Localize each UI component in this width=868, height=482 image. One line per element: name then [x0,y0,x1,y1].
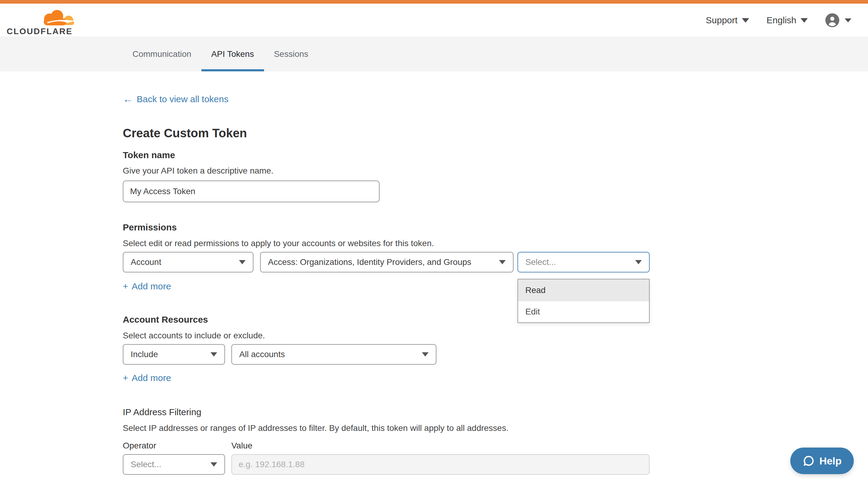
tab-label: API Tokens [211,49,254,59]
back-link-label: Back to view all tokens [137,94,228,104]
permission-access-select[interactable]: Select... [518,252,650,272]
permission-scope-select[interactable]: Account [123,252,253,272]
account-resources-accounts-select[interactable]: All accounts [231,344,436,365]
add-more-label: Add more [132,281,171,291]
token-name-input[interactable] [123,181,379,202]
add-more-label: Add more [132,373,171,383]
account-resources-mode-value: Include [131,350,158,359]
page-title: Create Custom Token [123,126,247,140]
account-resources-add-more-link[interactable]: + Add more [123,373,171,383]
language-menu[interactable]: English [767,15,808,25]
permission-scope-value: Account [131,257,161,267]
header: CLOUDFLARE Support English [0,4,868,37]
chevron-down-icon [211,352,217,356]
dropdown-option-read[interactable]: Read [518,280,649,301]
account-resources-description: Select accounts to include or exclude. [123,331,265,341]
cloudflare-logo[interactable]: CLOUDFLARE [7,6,79,36]
permissions-title: Permissions [123,222,177,232]
operator-label: Operator [123,441,156,451]
permissions-add-more-link[interactable]: + Add more [123,281,171,291]
dropdown-option-label: Read [525,285,546,295]
tab-communication[interactable]: Communication [123,37,202,71]
permission-resource-value: Access: Organizations, Identity Provider… [268,257,471,267]
chevron-down-icon [499,260,506,264]
account-resources-mode-select[interactable]: Include [123,344,225,365]
chevron-down-icon [422,352,429,356]
account-menu[interactable] [825,13,851,27]
chevron-down-icon [239,260,246,264]
help-button[interactable]: Help [790,448,854,474]
ip-filtering-title: IP Address Filtering [123,407,202,417]
chevron-down-icon [635,260,642,264]
cloudflare-cloud-icon [39,8,76,27]
ip-operator-placeholder: Select... [131,460,161,469]
ip-filtering-description: Select IP addresses or ranges of IP addr… [123,423,508,433]
user-avatar-icon [825,13,839,27]
tab-sessions[interactable]: Sessions [264,37,318,71]
dropdown-option-label: Edit [525,307,540,317]
tab-label: Sessions [274,49,309,59]
help-button-label: Help [819,455,842,467]
dropdown-option-edit[interactable]: Edit [518,301,649,322]
ip-operator-select[interactable]: Select... [123,454,225,475]
value-label: Value [231,441,252,451]
token-name-description: Give your API token a descriptive name. [123,166,273,176]
chat-bubble-icon [802,454,815,467]
account-resources-title: Account Resources [123,315,208,325]
ip-value-input[interactable] [231,454,650,475]
language-menu-label: English [767,15,796,25]
permission-access-dropdown-menu: Read Edit [518,279,650,323]
back-to-tokens-link[interactable]: ← Back to view all tokens [123,93,228,105]
chevron-down-icon [211,462,217,467]
create-custom-token-page: CLOUDFLARE Support English C [0,0,868,482]
permissions-description: Select edit or read permissions to apply… [123,238,434,248]
permission-access-placeholder: Select... [525,257,556,267]
account-resources-accounts-value: All accounts [239,350,285,359]
permission-resource-select[interactable]: Access: Organizations, Identity Provider… [260,252,514,272]
plus-icon: + [123,281,128,291]
arrow-left-icon: ← [123,93,133,105]
chevron-down-icon [742,18,749,23]
top-accent-bar [0,0,868,4]
profile-tabbar: Communication API Tokens Sessions [0,37,868,71]
support-menu[interactable]: Support [706,15,749,25]
tab-label: Communication [132,49,191,59]
chevron-down-icon [801,18,808,23]
tab-api-tokens[interactable]: API Tokens [202,37,264,71]
plus-icon: + [123,373,128,383]
token-name-title: Token name [123,150,175,160]
cloudflare-wordmark: CLOUDFLARE [7,27,72,36]
header-right-menus: Support English [706,4,851,37]
support-menu-label: Support [706,15,738,25]
chevron-down-icon [845,19,851,22]
